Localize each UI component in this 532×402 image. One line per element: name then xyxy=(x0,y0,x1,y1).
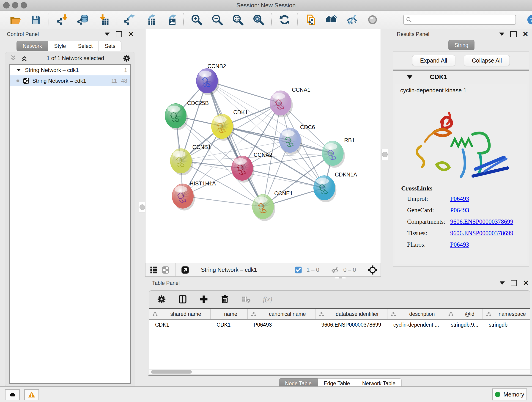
table-horizontal-scrollbar[interactable] xyxy=(149,369,530,375)
column-header-namespace[interactable]: namespace xyxy=(483,309,530,319)
node-CDKN1A[interactable]: CDKN1A xyxy=(314,172,357,202)
zoom-selected-button[interactable] xyxy=(253,14,264,26)
table-cell: stringdb xyxy=(483,320,530,330)
left-splitter-handle[interactable] xyxy=(139,202,146,213)
expand-all-networks-icon[interactable] xyxy=(20,54,28,62)
table-panel-float-icon[interactable] xyxy=(511,280,517,286)
save-session-button[interactable] xyxy=(30,14,42,26)
crosslink-link[interactable]: P06493 xyxy=(450,207,469,214)
node-CDC6[interactable]: CDC6 xyxy=(279,124,315,155)
node-CCNE1[interactable]: CCNE1 xyxy=(252,190,293,221)
node-RB1[interactable]: RB1 xyxy=(322,137,355,168)
network-row[interactable]: String Network – cdk1 11 48 xyxy=(10,75,130,86)
node-CCNA1[interactable]: CCNA1 xyxy=(270,87,310,117)
node-CCNB2[interactable]: CCNB2 xyxy=(196,63,226,95)
zoom-in-button[interactable] xyxy=(191,14,203,26)
tab-string[interactable]: String xyxy=(448,40,475,50)
gene-section-header[interactable]: CDK1 xyxy=(393,71,529,83)
table-row[interactable]: CDK1CDK1P064939606.ENSP00000378699cyclin… xyxy=(149,320,530,330)
crosslink-link[interactable]: P06493 xyxy=(450,241,469,248)
column-label: @id xyxy=(457,311,483,317)
control-panel-float-icon[interactable] xyxy=(116,31,122,37)
table-panel-menu-icon[interactable] xyxy=(500,281,505,285)
warnings-button[interactable] xyxy=(24,389,39,400)
tab-sets[interactable]: Sets xyxy=(99,41,121,51)
tab-network[interactable]: Network xyxy=(17,41,48,51)
gene-collapse-triangle-icon[interactable] xyxy=(407,75,412,79)
right-splitter-handle[interactable] xyxy=(381,149,388,160)
results-panel-menu-icon[interactable] xyxy=(499,32,504,36)
function-builder-button[interactable]: f(x) xyxy=(261,293,273,305)
export-image-button[interactable] xyxy=(165,14,177,26)
column-header-database-identifier[interactable]: database identifier xyxy=(316,309,387,319)
column-header-canonical-name[interactable]: canonical name xyxy=(248,309,316,319)
export-table-button[interactable] xyxy=(144,14,156,26)
create-column-button[interactable] xyxy=(198,293,210,305)
network-collection-row[interactable]: String Network – cdk1 1 xyxy=(10,65,130,75)
columns-icon xyxy=(178,294,187,304)
open-session-button[interactable] xyxy=(9,14,21,26)
toolbar-group xyxy=(305,14,379,26)
cloud-status-button[interactable] xyxy=(5,389,20,400)
table-cell: P06493 xyxy=(248,320,316,330)
table-panel-close-icon[interactable]: ✕ xyxy=(523,281,529,286)
cloud-icon xyxy=(8,391,16,399)
control-panel-menu-icon[interactable] xyxy=(105,32,110,36)
column-label: canonical name xyxy=(260,311,315,317)
scrollbar-thumb[interactable] xyxy=(151,370,192,374)
open-in-new-window-icon[interactable] xyxy=(181,266,189,274)
delete-columns-button[interactable] xyxy=(219,293,231,305)
tree-column-icon xyxy=(251,311,256,317)
crosslink-link[interactable]: 9606.ENSP00000378699 xyxy=(450,218,513,225)
node-CDC25B[interactable]: CDC25B xyxy=(165,100,209,130)
eye-disabled-button[interactable] xyxy=(367,14,379,26)
tab-style[interactable]: Style xyxy=(48,41,72,51)
table-cell: cyclin-dependent ... xyxy=(387,320,445,330)
results-panel-title: Results Panel xyxy=(397,31,429,37)
table-clear-icon xyxy=(241,294,251,304)
export-network-button[interactable] xyxy=(123,14,135,26)
memory-button[interactable]: Memory xyxy=(492,389,527,400)
network-options-gear-icon[interactable] xyxy=(123,54,131,62)
column-header-description[interactable]: description xyxy=(387,309,445,319)
crosslink-link[interactable]: 9606.ENSP00000378699 xyxy=(450,230,513,237)
table-options-button[interactable] xyxy=(156,293,167,305)
import-network-from-database-button[interactable] xyxy=(76,14,89,26)
help-button[interactable]: ? xyxy=(526,14,532,25)
collapse-all-button[interactable]: Collapse All xyxy=(464,55,510,66)
import-network-from-file-button[interactable] xyxy=(56,14,68,26)
tab-select[interactable]: Select xyxy=(72,41,99,51)
expand-all-button[interactable]: Expand All xyxy=(412,55,455,66)
show-hide-button[interactable] xyxy=(346,14,358,26)
zoom-fit-button[interactable] xyxy=(232,14,244,26)
node-position-crosshair-icon[interactable] xyxy=(368,265,377,275)
clear-table-button[interactable] xyxy=(240,293,252,305)
hidden-eye-slash-icon[interactable] xyxy=(331,266,339,274)
grid-view-icon[interactable] xyxy=(150,266,158,274)
zoom-out-button[interactable] xyxy=(211,14,223,26)
first-neighbors-button[interactable] xyxy=(325,14,337,26)
column-header-name[interactable]: name xyxy=(210,309,248,319)
control-panel-title: Control Panel xyxy=(7,31,39,37)
results-panel-float-icon[interactable] xyxy=(510,31,517,37)
search-input[interactable] xyxy=(403,15,516,25)
collection-expand-triangle-icon[interactable] xyxy=(16,67,22,73)
control-panel-close-icon[interactable]: ✕ xyxy=(128,32,134,37)
crosslink-link[interactable]: P06493 xyxy=(450,195,469,202)
folder-open-icon xyxy=(9,14,21,26)
application-window: Session: New Session ? Control Panel xyxy=(0,0,532,402)
protein-structure-image xyxy=(404,100,519,183)
selected-nodes-checkbox-icon[interactable] xyxy=(294,266,302,274)
results-panel-close-icon[interactable]: ✕ xyxy=(523,32,528,37)
import-table-button[interactable] xyxy=(97,14,109,26)
memory-status-dot xyxy=(495,392,500,397)
clone-network-button[interactable] xyxy=(305,14,317,26)
network-badge-icon[interactable] xyxy=(162,266,170,274)
collapse-all-networks-icon[interactable] xyxy=(9,54,17,62)
show-columns-button[interactable] xyxy=(177,293,189,305)
node-HIST1H1A[interactable]: HIST1H1A xyxy=(172,180,216,211)
network-canvas[interactable]: CCNB2 CCNA1 CDC25B xyxy=(145,29,381,263)
column-header--id[interactable]: @id xyxy=(445,309,483,319)
column-header-shared-name[interactable]: shared name xyxy=(149,309,210,319)
refresh-view-button[interactable] xyxy=(279,14,291,26)
